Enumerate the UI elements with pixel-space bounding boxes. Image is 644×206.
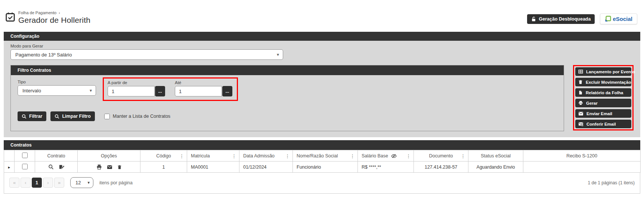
breadcrumb-chevron-icon: ›: [59, 11, 60, 15]
cell-salario: R$ ****,**: [358, 162, 414, 173]
ellipsis-icon: ...: [225, 89, 229, 94]
ate-lookup-button[interactable]: ...: [222, 86, 232, 96]
print-icon[interactable]: [96, 164, 102, 170]
contratos-title: Contratos: [4, 140, 640, 150]
tipo-select[interactable]: Intervalo ▾: [18, 85, 96, 96]
filtrar-label: Filtrar: [29, 114, 42, 119]
filtrar-button[interactable]: Filtrar: [18, 111, 46, 121]
column-codigo[interactable]: Código⋮: [140, 150, 187, 162]
a-partir-de-label: A partir de: [108, 80, 165, 85]
column-matricula[interactable]: Matricula⋮: [187, 150, 239, 162]
breadcrumb[interactable]: Folha de Pagamento ›: [18, 10, 90, 15]
gerar-button[interactable]: Gerar: [575, 99, 631, 107]
a-partir-de-field: A partir de ...: [108, 80, 165, 96]
tipo-label: Tipo: [18, 80, 96, 84]
excluir-movimentacao-button[interactable]: Excluir Movimentação: [575, 78, 631, 86]
email-icon[interactable]: [107, 165, 112, 169]
table-icon: [578, 69, 583, 74]
pagination-footer: « ‹ 1 › » 12 ▾ itens por página 1 de 1 p…: [4, 173, 640, 194]
table-header-row: Contrato Opções Código⋮ Matricula⋮ Data …: [4, 150, 641, 162]
relatorio-da-folha-label: Relatório da Folha: [586, 90, 623, 95]
row-select-checkbox[interactable]: [22, 164, 28, 169]
ate-field: Até ...: [175, 80, 232, 96]
gerar-label: Gerar: [586, 101, 598, 105]
calendar-check-icon: [5, 12, 15, 22]
column-status-esocial[interactable]: Status eSocial: [468, 150, 523, 162]
page-header: Folha de Pagamento › Gerador de Hollerit…: [0, 0, 644, 32]
ellipsis-icon: ...: [158, 89, 162, 94]
generation-unlocked-button[interactable]: Geração Desbloqueada: [527, 14, 595, 24]
column-menu-icon[interactable]: ⋮: [350, 153, 355, 159]
enviar-email-button[interactable]: Enviar Email: [575, 109, 631, 118]
column-salario-base[interactable]: Salário Base⋮: [358, 150, 414, 162]
contratos-table: Contrato Opções Código⋮ Matricula⋮ Data …: [4, 150, 641, 173]
tipo-value: Intervalo: [22, 88, 41, 93]
column-contrato[interactable]: Contrato: [35, 150, 78, 162]
configuracao-section: Configuração Modo para Gerar Pagamento d…: [4, 32, 640, 137]
ate-input[interactable]: [175, 86, 222, 96]
search-icon: [55, 114, 59, 119]
contratos-section: Contratos Contrato Opções Código⋮ Matric…: [4, 140, 640, 194]
envelope-icon: [578, 111, 583, 116]
esocial-logo-icon: [605, 16, 611, 22]
modo-para-gerar-field: Modo para Gerar Pagamento de 13º Salário…: [10, 44, 634, 60]
ate-label: Até: [175, 80, 232, 85]
edit-contract-icon[interactable]: [59, 164, 65, 170]
salary-visibility-icon[interactable]: [391, 154, 397, 159]
modo-para-gerar-select[interactable]: Pagamento de 13º Salário ▾: [10, 49, 283, 60]
conferir-email-button[interactable]: Conferir Email: [575, 120, 631, 128]
column-data-admissao[interactable]: Data Admissão⋮: [239, 150, 293, 162]
a-partir-de-input[interactable]: [108, 86, 155, 96]
column-menu-icon[interactable]: ⋮: [461, 153, 465, 159]
enviar-email-label: Enviar Email: [586, 111, 612, 116]
view-contract-icon[interactable]: [48, 164, 54, 170]
tipo-field: Tipo Intervalo ▾: [18, 80, 96, 96]
cell-status-esocial: Aguardando Envio: [468, 162, 523, 173]
page-size-select[interactable]: 12 ▾: [70, 177, 93, 188]
column-recibo-s1200[interactable]: Recibo S-1200: [523, 150, 641, 162]
actions-highlight: Lançamento por Evento Excluir Movimentaç…: [573, 65, 634, 130]
conferir-email-label: Conferir Email: [586, 122, 616, 126]
select-all-header: [15, 150, 35, 162]
column-opcoes[interactable]: Opções: [78, 150, 140, 162]
cell-recibo: [523, 162, 641, 173]
delete-icon[interactable]: [117, 165, 122, 170]
caret-down-icon: ▾: [87, 180, 90, 185]
manter-lista-label: Manter a Lista de Contratos: [113, 114, 170, 119]
cell-matricula: MA0001: [187, 162, 239, 173]
manter-lista-checkbox[interactable]: [104, 114, 110, 119]
column-menu-icon[interactable]: ⋮: [179, 153, 184, 159]
a-partir-de-lookup-button[interactable]: ...: [155, 86, 165, 96]
column-documento[interactable]: Documento⋮: [414, 150, 468, 162]
first-page-button[interactable]: «: [9, 178, 19, 188]
interval-range-highlight: A partir de ... Até: [103, 77, 238, 101]
select-all-checkbox[interactable]: [22, 153, 28, 158]
expand-row-icon[interactable]: ▸: [8, 165, 10, 169]
modo-para-gerar-value: Pagamento de 13º Salário: [15, 52, 72, 58]
page-1-button[interactable]: 1: [32, 178, 42, 188]
column-menu-icon[interactable]: ⋮: [406, 153, 411, 159]
unlock-icon: [531, 16, 536, 22]
document-icon: [578, 90, 583, 95]
items-per-page-label: itens por página: [99, 180, 133, 185]
column-menu-icon[interactable]: ⋮: [232, 153, 236, 159]
column-menu-icon[interactable]: ⋮: [285, 153, 290, 159]
lancamento-por-evento-label: Lançamento por Evento: [586, 70, 635, 74]
column-nome-razao-social[interactable]: Nome/Razão Social⋮: [293, 150, 358, 162]
caret-down-icon: ▾: [90, 88, 92, 93]
page-title: Gerador de Hollerith: [18, 16, 90, 25]
printer-icon: [578, 101, 583, 105]
contract-row: ▸: [4, 162, 641, 173]
breadcrumb-item[interactable]: Folha de Pagamento: [18, 10, 56, 15]
next-page-button[interactable]: ›: [43, 178, 53, 188]
lancamento-por-evento-button[interactable]: Lançamento por Evento: [575, 67, 631, 76]
esocial-label: eSocial: [613, 16, 632, 22]
limpar-filtro-button[interactable]: Limpar Filtro: [50, 111, 95, 121]
configuracao-title: Configuração: [4, 32, 640, 41]
relatorio-da-folha-button[interactable]: Relatório da Folha: [575, 88, 631, 97]
filtro-contratos-title: Filtro Contratos: [11, 65, 564, 75]
excluir-movimentacao-label: Excluir Movimentação: [586, 80, 631, 84]
prev-page-button[interactable]: ‹: [21, 178, 31, 188]
esocial-button[interactable]: eSocial: [600, 13, 637, 24]
last-page-button[interactable]: »: [54, 178, 64, 188]
